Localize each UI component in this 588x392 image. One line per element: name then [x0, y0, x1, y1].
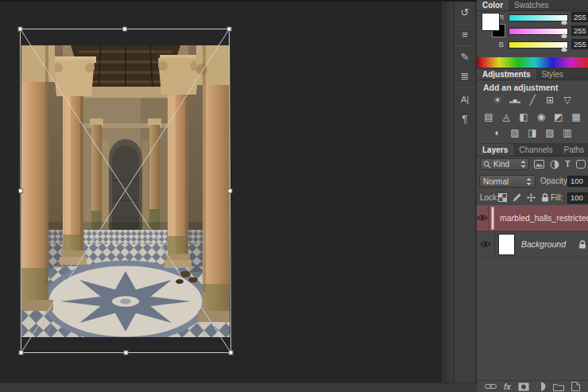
fill-field[interactable]: 100 — [567, 192, 588, 204]
layer-thumbnail[interactable] — [492, 208, 493, 229]
layer-thumbnail[interactable] — [498, 234, 515, 255]
hue-saturation-icon[interactable]: ▤ — [482, 111, 496, 123]
invert-icon[interactable]: ◐ — [491, 126, 505, 139]
lock-paint-icon[interactable] — [513, 193, 521, 202]
layers-panel-bottom-bar: fx — [477, 380, 588, 392]
layer-visibility-eye-icon[interactable] — [477, 231, 495, 257]
lock-all-icon[interactable] — [541, 193, 549, 202]
blend-mode-dropdown[interactable]: Normal — [479, 175, 536, 188]
tab-paths[interactable]: Paths — [559, 144, 588, 156]
transform-handle-top-left[interactable] — [18, 27, 22, 31]
transform-handle-bottom-left[interactable] — [19, 351, 23, 355]
transform-handle-top-right[interactable] — [227, 27, 231, 31]
layer-filter-row: Kind T — [477, 157, 588, 172]
group-button-icon[interactable] — [553, 382, 564, 391]
channel-slider-track[interactable] — [509, 14, 568, 21]
selective-color-icon[interactable]: ▧ — [544, 126, 557, 139]
lock-label: Lock: — [480, 193, 499, 202]
adjustment-icon-row: ☀▂▅▂╱⊞▽ — [477, 94, 588, 107]
fill-label: Fill: — [551, 193, 563, 202]
transform-handle-top-center[interactable] — [123, 27, 127, 31]
opacity-field[interactable]: 100 — [567, 176, 588, 187]
tab-adjustments[interactable]: Adjustments — [477, 69, 536, 80]
history-panel-icon[interactable]: ↺ — [455, 6, 475, 19]
mask-button-icon[interactable] — [518, 382, 529, 391]
layer-filter-kind-dropdown[interactable]: Kind — [480, 158, 529, 170]
color-panel-body: R255G255B255 — [477, 11, 588, 57]
lock-position-icon[interactable] — [527, 193, 536, 202]
channel-value-field[interactable]: 255 — [571, 25, 588, 36]
adjustment-layer-filter-icon[interactable] — [550, 160, 559, 169]
black-white-icon[interactable]: ◧ — [517, 111, 531, 123]
paragraph-panel-icon[interactable]: ¶ — [455, 113, 475, 126]
layer-lock-icon — [578, 240, 586, 249]
new-layer-button-icon[interactable] — [571, 382, 580, 391]
color-spectrum-ramp[interactable] — [477, 57, 588, 68]
blend-mode-row: Normal Opacity: 100 — [477, 174, 588, 188]
tab-color[interactable]: Color — [477, 0, 509, 10]
document-status-bar — [0, 382, 477, 392]
transform-handle-bottom-right[interactable] — [229, 351, 233, 355]
channel-label: B — [497, 40, 505, 49]
canvas-scrollbar-gutter[interactable] — [442, 2, 454, 382]
curves-icon[interactable]: ╱ — [526, 94, 540, 107]
adjustment-button-icon[interactable] — [536, 382, 546, 391]
lock-transparency-icon[interactable] — [498, 193, 507, 202]
brush-settings-panel-icon[interactable]: ✎ — [455, 51, 475, 64]
character-panel-icon[interactable]: A| — [455, 93, 475, 106]
tab-layers[interactable]: Layers — [477, 144, 513, 156]
foreground-color-swatch[interactable] — [482, 13, 500, 31]
channel-value-field[interactable]: 255 — [571, 39, 588, 49]
layer-name: Background — [521, 239, 566, 249]
channel-slider-track[interactable] — [509, 41, 568, 49]
chevron-updown-icon — [526, 178, 532, 185]
layer-name: marbled_halls_restricted_ — [500, 213, 588, 223]
channel-slider-track[interactable] — [509, 28, 568, 35]
channel-value-field[interactable]: 255 — [571, 12, 588, 22]
vibrance-icon[interactable]: ▽ — [561, 94, 574, 107]
pixel-layer-filter-icon[interactable] — [534, 160, 544, 169]
vertical-scrollbar[interactable] — [447, 2, 454, 382]
layer-row-background[interactable]: Background — [477, 231, 588, 258]
tab-styles[interactable]: Styles — [536, 69, 569, 80]
tab-swatches[interactable]: Swatches — [509, 0, 554, 10]
layer-visibility-eye-icon[interactable] — [477, 205, 489, 231]
transform-handle-middle-right[interactable] — [228, 189, 232, 193]
collapsed-panel-dock: ↺≡✎≣A|¶ — [454, 2, 477, 382]
exposure-icon[interactable]: ⊞ — [544, 94, 557, 107]
brightness-contrast-icon[interactable]: ☀ — [491, 94, 505, 107]
adjustment-icon-row: ◐▨◨▧▥ — [477, 126, 588, 139]
shape-layer-filter-icon[interactable] — [576, 160, 586, 169]
tab-channels[interactable]: Channels — [513, 144, 558, 156]
color-lookup-icon[interactable]: ▦ — [570, 111, 583, 123]
adjustments-panel-body: Add an adjustment ☀▂▅▂╱⊞▽▤◬◧◉◩▦◐▨◨▧▥ — [477, 80, 588, 143]
link-button-icon[interactable] — [485, 383, 497, 390]
blend-mode-value: Normal — [483, 177, 526, 186]
dock-separator — [455, 87, 475, 88]
search-icon — [483, 161, 491, 169]
photoshop-window: ↺≡✎≣A|¶ Color Swatches R255G255B255 Adju… — [0, 0, 588, 392]
color-balance-icon[interactable]: ◬ — [500, 111, 513, 123]
photo-filter-icon[interactable]: ◉ — [535, 111, 548, 123]
layer-list: marbled_halls_restricted_Background — [477, 205, 588, 258]
free-transform-overlay[interactable] — [0, 0, 442, 392]
document-canvas[interactable] — [0, 0, 442, 392]
adjustments-panel-tabs: Adjustments Styles — [477, 69, 588, 80]
dock-separator — [455, 45, 475, 46]
threshold-icon[interactable]: ◨ — [526, 126, 540, 139]
layer-row-marbled-halls-restricted-[interactable]: marbled_halls_restricted_ — [477, 205, 588, 231]
gradient-map-icon[interactable]: ▥ — [561, 126, 574, 139]
transform-handle-bottom-center[interactable] — [124, 351, 128, 355]
brush-presets-panel-icon[interactable]: ≣ — [455, 70, 475, 83]
layers-panel-tabs: Layers Channels Paths — [477, 144, 588, 157]
posterize-icon[interactable]: ▨ — [509, 126, 522, 139]
color-channel-row-b: B255 — [477, 40, 588, 51]
type-layer-filter-icon[interactable]: T — [565, 159, 571, 169]
transform-handle-middle-left[interactable] — [19, 189, 23, 193]
kind-label: Kind — [493, 160, 509, 169]
levels-icon[interactable]: ▂▅▂ — [509, 94, 522, 107]
properties-panel-icon[interactable]: ≡ — [455, 29, 475, 41]
layer-style-fx-button-icon[interactable]: fx — [504, 382, 511, 391]
channel-mixer-icon[interactable]: ◩ — [552, 111, 566, 123]
chevron-updown-icon — [520, 161, 526, 168]
